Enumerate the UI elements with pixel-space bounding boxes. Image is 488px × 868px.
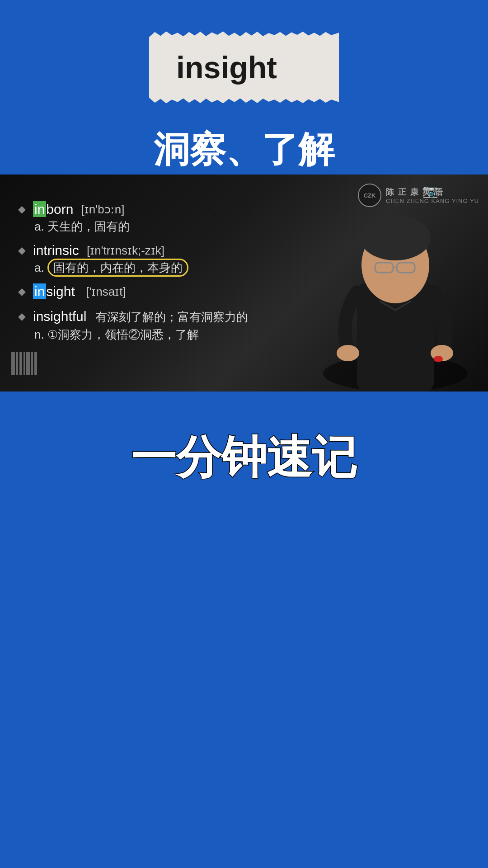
svg-point-3	[360, 215, 431, 260]
top-section: insight 洞察、了解	[0, 0, 488, 175]
svg-rect-15	[31, 352, 33, 375]
svg-rect-12	[19, 352, 22, 375]
svg-point-9	[434, 356, 443, 362]
word-list: ◆ inborn [ɪn'bɔːn] a. 天生的，固有的 ◆ intrinsi…	[18, 202, 271, 351]
svg-rect-14	[26, 352, 30, 375]
def-inborn: a. 天生的，固有的	[34, 219, 271, 235]
word-item-insight: ◆ insight ['ɪnsaɪt]	[18, 284, 271, 299]
def-intrinsic: a. 固有的，内在的，本身的	[34, 260, 271, 276]
svg-point-7	[337, 345, 359, 361]
chinese-meaning: 洞察、了解	[154, 126, 334, 175]
phonetic-intrinsic: [ɪn'trɪnsɪk;-zɪk]	[84, 244, 164, 258]
word-en-intrinsic: intrinsic	[33, 243, 79, 258]
bottom-section: 一分钟速记	[0, 392, 488, 489]
svg-rect-13	[23, 352, 25, 375]
bottom-text: 一分钟速记	[131, 428, 357, 489]
bullet-insight: ◆	[18, 286, 26, 297]
word-item-inborn: ◆ inborn [ɪn'bɔːn] a. 天生的，固有的	[18, 202, 271, 235]
highlight-in-inborn: in	[33, 201, 46, 217]
def-insightful-inline: 有深刻了解的；富有洞察力的	[95, 309, 248, 325]
bullet-inborn: ◆	[18, 203, 26, 215]
video-section: 📷 CZK 陈 正 康 英 语 CHEN ZHENG KANG YING YU …	[0, 175, 488, 392]
svg-rect-10	[11, 352, 15, 375]
def-insightful-n: n. ①洞察力，领悟②洞悉，了解	[34, 327, 271, 343]
word-row-intrinsic: ◆ intrinsic [ɪn'trɪnsɪk;-zɪk]	[18, 243, 271, 258]
word-en-insightful: insightful	[33, 309, 86, 324]
svg-rect-11	[16, 352, 18, 375]
word-item-intrinsic: ◆ intrinsic [ɪn'trɪnsɪk;-zɪk] a. 固有的，内在的…	[18, 243, 271, 276]
main-word: insight	[176, 50, 277, 85]
torn-paper-card: insight	[149, 36, 339, 99]
presenter-area	[316, 193, 474, 392]
phonetic-insight: ['ɪnsaɪt]	[80, 285, 126, 299]
bullet-intrinsic: ◆	[18, 245, 26, 256]
bullet-insightful: ◆	[18, 311, 26, 322]
word-row-insight: ◆ insight ['ɪnsaɪt]	[18, 284, 271, 299]
word-item-insightful: ◆ insightful 有深刻了解的；富有洞察力的 n. ①洞察力，领悟②洞悉…	[18, 307, 271, 343]
highlight-in-insight: in	[33, 283, 46, 299]
word-row-inborn: ◆ inborn [ɪn'bɔːn]	[18, 202, 271, 217]
book-barcode-icon	[9, 350, 41, 382]
presenter-svg	[316, 193, 474, 392]
yellow-box-intrinsic: 固有的，内在的，本身的	[47, 259, 188, 277]
word-row-insightful: ◆ insightful 有深刻了解的；富有洞察力的	[18, 307, 271, 325]
word-en-inborn: inborn	[33, 202, 73, 217]
word-en-insight: insight	[33, 284, 75, 299]
phonetic-inborn: [ɪn'bɔːn]	[78, 203, 124, 217]
barcode-svg	[9, 350, 41, 377]
svg-rect-16	[34, 352, 37, 375]
video-background: 📷 CZK 陈 正 康 英 语 CHEN ZHENG KANG YING YU …	[0, 175, 488, 392]
